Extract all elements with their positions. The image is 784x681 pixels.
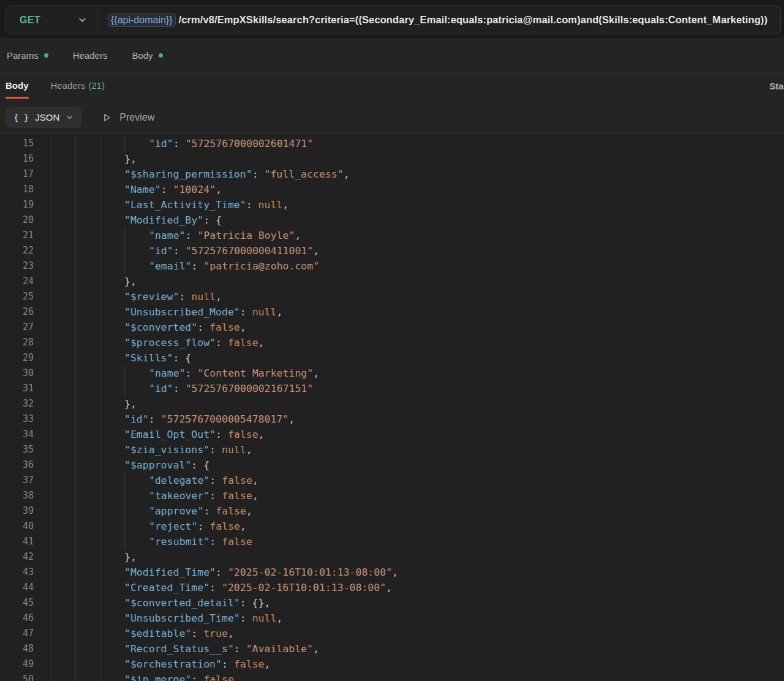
indent-guide [100, 657, 124, 672]
indent-guide [124, 381, 149, 396]
code-line: 42}, [0, 549, 784, 565]
json-token-p: : [209, 473, 222, 488]
indent-guide [51, 335, 75, 350]
indent-guide [75, 534, 100, 549]
indent-guide [75, 473, 100, 488]
json-token-p: : [186, 366, 198, 381]
code-line: 32}, [0, 396, 784, 412]
tab-label: Headers [73, 50, 108, 61]
url-field[interactable]: {{api-domain}} /crm/v8/EmpXSkills/search… [97, 6, 767, 34]
tab-params[interactable]: Params [7, 50, 48, 61]
indent-guide [51, 641, 75, 657]
code-line: 46"Unsubscribed_Time": null, [0, 611, 784, 626]
code-line: 33"id": "5725767000005478017", [0, 412, 784, 427]
json-token-l: true [203, 626, 228, 641]
indent-guide [75, 350, 100, 366]
json-token-l: false [209, 519, 240, 534]
response-tabs: Body Headers(21) Sta [0, 73, 784, 102]
indent-guide [75, 672, 100, 681]
line-number: 25 [0, 289, 34, 304]
indent-guide [75, 182, 100, 197]
json-token-k: "$converted" [124, 320, 197, 335]
json-token-p: : [173, 381, 186, 396]
code-line: 36"$approval": { [0, 457, 784, 473]
indent-guide [100, 442, 124, 457]
api-domain-variable[interactable]: {{api-domain}} [108, 13, 176, 27]
tab-response-body[interactable]: Body [6, 80, 29, 103]
json-token-k: "Last_Activity_Time" [124, 197, 246, 213]
line-number: 45 [0, 595, 34, 611]
play-icon [102, 113, 111, 122]
indent-guide [51, 488, 75, 503]
indent-guide [51, 366, 75, 381]
json-token-k: "Record_Status__s" [124, 641, 234, 657]
indent-guide [100, 412, 124, 427]
json-token-p: , [386, 580, 392, 595]
line-number: 19 [0, 197, 34, 213]
json-token-p: : [240, 304, 252, 320]
preview-button[interactable]: Preview [99, 111, 158, 124]
json-token-p: , [234, 672, 240, 681]
line-number: 47 [0, 626, 34, 641]
json-token-p: : [246, 197, 258, 213]
tab-headers[interactable]: Headers [73, 50, 108, 61]
code-line: 21"name": "Patricia Boyle", [0, 228, 784, 243]
json-token-k: "$approval" [124, 457, 191, 473]
indent-guide [51, 611, 75, 626]
indent-guide [100, 611, 124, 626]
method-selector[interactable]: GET [6, 6, 97, 34]
json-token-p: }, [124, 549, 137, 565]
indent-guide [100, 565, 124, 580]
indent-guide [75, 320, 100, 335]
code-line: 31"id": "5725767000002167151" [0, 381, 784, 396]
json-token-p: : [149, 412, 161, 427]
json-token-s: "full_access" [265, 167, 344, 182]
indent-guide [100, 534, 124, 549]
format-dropdown[interactable]: { } JSON [6, 107, 81, 128]
indent-guide [51, 519, 75, 534]
indent-guide [100, 350, 124, 366]
code-line: 45"$converted_detail": {}, [0, 595, 784, 611]
json-token-l: false [222, 534, 252, 549]
indent-guide [100, 151, 124, 167]
line-number: 27 [0, 320, 34, 335]
tab-body[interactable]: Body [132, 50, 162, 61]
indent-guide [51, 289, 75, 304]
json-token-k: "Modified_By" [124, 213, 203, 228]
code-line: 20"Modified_By": { [0, 213, 784, 228]
json-token-p: : [209, 580, 222, 595]
response-body-json[interactable]: 15"id": "5725767000002601471"16},17"$sha… [0, 134, 784, 681]
json-token-l: false [216, 503, 246, 519]
tab-response-headers[interactable]: Headers(21) [51, 80, 105, 103]
indent-guide [51, 182, 75, 197]
indent-guide [100, 672, 124, 681]
line-number: 41 [0, 534, 34, 549]
request-response-panel: ParamsHeadersBody Body Headers(21) Sta {… [0, 38, 784, 134]
code-line: 39"approve": false, [0, 503, 784, 519]
indent-guide [51, 549, 75, 565]
line-number: 48 [0, 641, 34, 657]
line-number: 43 [0, 565, 34, 580]
line-number: 35 [0, 442, 34, 457]
url-input[interactable]: GET {{api-domain}} /crm/v8/EmpXSkills/se… [6, 6, 781, 34]
indent-guide [100, 473, 124, 488]
indent-guide [75, 228, 100, 243]
braces-icon: { } [13, 113, 29, 122]
line-number: 22 [0, 243, 34, 258]
indent-guide [124, 488, 149, 503]
indent-guide [100, 595, 124, 611]
json-token-p: : { [203, 213, 222, 228]
json-token-l: false [228, 335, 258, 350]
request-tabs: ParamsHeadersBody [0, 38, 784, 73]
method-label: GET [20, 15, 40, 26]
json-token-k: "$converted_detail" [124, 595, 240, 611]
status-label-clipped: Sta [769, 81, 784, 91]
indent-guide [124, 366, 149, 381]
json-token-s: "2025-02-16T10:01:13-08:00" [222, 580, 386, 595]
json-token-p: , [216, 182, 222, 197]
indent-guide [124, 503, 149, 519]
line-number: 23 [0, 258, 34, 274]
json-token-l: null [252, 304, 277, 320]
json-token-p: : { [191, 457, 209, 473]
indent-guide [100, 274, 124, 289]
